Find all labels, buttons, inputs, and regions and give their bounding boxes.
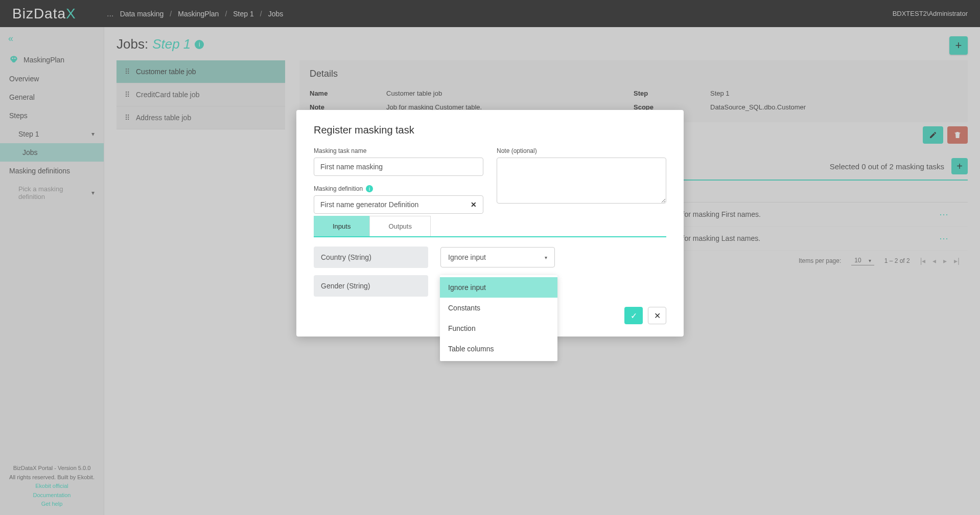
tab-outputs[interactable]: Outputs — [369, 216, 431, 236]
cancel-button[interactable]: ✕ — [648, 307, 666, 324]
dropdown-option[interactable]: Ignore input — [440, 277, 557, 298]
caret-icon: ▾ — [545, 255, 547, 260]
task-note-textarea[interactable] — [497, 158, 666, 204]
modal-title: Register masking task — [314, 124, 666, 136]
input-type-dropdown: Ignore input Constants Function Table co… — [440, 275, 557, 361]
masking-def-value: First name generator Definition — [320, 200, 418, 209]
dropdown-option[interactable]: Constants — [440, 298, 557, 318]
input-row: Country (String) Ignore input ▾ — [314, 247, 666, 268]
input-row: Gender (String) Ignore input ▾ Ignore in… — [314, 275, 666, 297]
field-label-name: Masking task name — [314, 147, 483, 154]
input-select-country[interactable]: Ignore input ▾ — [440, 247, 555, 267]
input-param-gender: Gender (String) — [314, 275, 428, 297]
modal-tabs: Inputs Outputs — [314, 216, 666, 237]
field-label-def: Masking definitioni — [314, 185, 483, 192]
tab-inputs[interactable]: Inputs — [314, 216, 369, 236]
clear-icon[interactable]: ✕ — [471, 200, 477, 209]
confirm-button[interactable]: ✓ — [624, 307, 643, 324]
modal-overlay[interactable]: Register masking task Masking task name … — [0, 0, 980, 515]
register-task-modal: Register masking task Masking task name … — [296, 110, 684, 337]
field-label-note: Note (optional) — [497, 147, 666, 154]
dropdown-option[interactable]: Table columns — [440, 339, 557, 359]
task-name-input[interactable] — [314, 158, 483, 176]
dropdown-option[interactable]: Function — [440, 318, 557, 339]
inputs-grid: Country (String) Ignore input ▾ Gender (… — [314, 247, 666, 297]
masking-def-combo[interactable]: First name generator Definition ✕ — [314, 195, 483, 214]
input-param-country: Country (String) — [314, 247, 428, 268]
field-label-def-text: Masking definition — [314, 185, 363, 192]
input-select-value: Ignore input — [448, 253, 486, 261]
info-icon[interactable]: i — [366, 185, 373, 192]
